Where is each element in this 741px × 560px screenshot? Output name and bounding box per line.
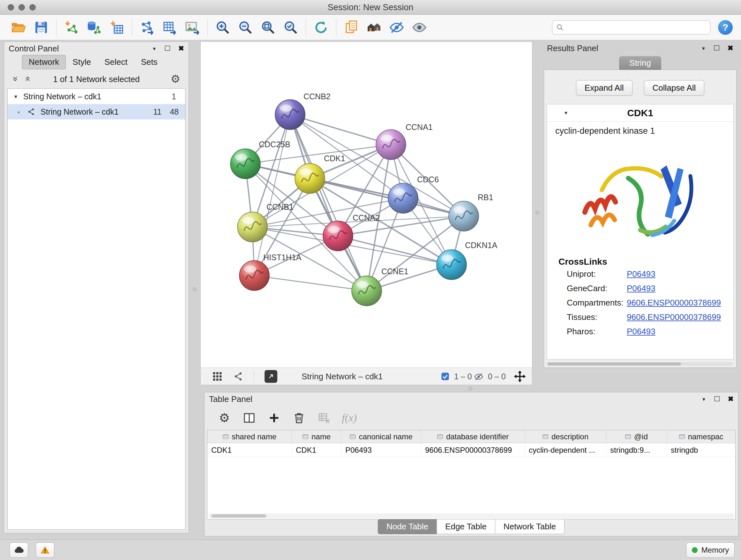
network-node-CCNE1[interactable]: CCNE1 [352, 267, 408, 306]
export-network-icon[interactable] [139, 20, 155, 35]
export-view-icon[interactable] [265, 370, 277, 383]
birds-eye-view-icon[interactable] [212, 371, 222, 383]
hide-selected-icon[interactable] [389, 20, 404, 35]
panel-float-icon[interactable]: ☐ [164, 44, 171, 53]
network-edge[interactable] [338, 236, 452, 265]
network-node-RB1[interactable]: RB1 [449, 193, 493, 231]
panel-collapse-icon[interactable]: ▼ [701, 396, 706, 402]
network-edge[interactable] [290, 115, 367, 291]
zoom-selected-icon[interactable] [283, 20, 298, 35]
section-collapse-icon[interactable]: ▼ [563, 105, 568, 122]
crosslink-link[interactable]: P06493 [627, 327, 656, 336]
gear-icon[interactable]: ⚙ [171, 72, 180, 85]
table-scrollbar-thumb[interactable] [211, 514, 266, 517]
memory-button[interactable]: Memory [686, 543, 735, 558]
network-collection-row[interactable]: ▼ String Network – cdk1 1 [8, 89, 185, 104]
tab-network-table[interactable]: Network Table [495, 519, 564, 534]
panel-float-icon[interactable]: ☐ [714, 395, 720, 403]
show-graphics-details-icon[interactable] [412, 20, 427, 35]
column-header-shared-name[interactable]: shared name [207, 430, 292, 443]
help-icon[interactable]: ? [718, 20, 733, 35]
window-close-button[interactable] [8, 4, 14, 10]
crosslink-link[interactable]: 9606.ENSP00000378699 [627, 312, 721, 322]
bottom-splitter-handle[interactable] [468, 387, 472, 390]
protein-section-header[interactable]: ▼ CDK1 [547, 105, 733, 122]
node-label: CCNA2 [353, 213, 380, 222]
zoom-in-icon[interactable] [215, 20, 230, 35]
expand-all-button[interactable]: Expand All [576, 80, 632, 96]
selected-checkbox-icon[interactable] [441, 372, 450, 382]
column-header-description[interactable]: description [525, 430, 606, 443]
column-header-name[interactable]: name [292, 430, 341, 443]
network-row[interactable]: ● String Network – cdk1 11 48 [8, 104, 185, 119]
expand-all-networks-icon[interactable]: » [22, 76, 32, 81]
column-header-canonical-name[interactable]: canonical name [341, 430, 421, 443]
table-settings-gear-icon[interactable]: ⚙ [217, 411, 231, 425]
crosslinks-list: Uniprot:P06493GeneCard:P06493Compartment… [547, 267, 733, 339]
save-session-icon[interactable] [33, 20, 49, 35]
network-node-HIST1H1A[interactable]: HIST1H1A [239, 253, 301, 291]
crosslink-link[interactable]: P06493 [627, 269, 656, 279]
collapse-all-button[interactable]: Collapse All [644, 80, 704, 96]
search-icon [556, 23, 564, 32]
network-edge[interactable] [290, 115, 391, 145]
disclosure-triangle-icon[interactable]: ▼ [13, 94, 18, 99]
crosslink-link[interactable]: 9606.ENSP00000378699 [627, 298, 721, 308]
search-input[interactable] [552, 20, 711, 35]
import-network-from-database-icon[interactable] [86, 20, 102, 35]
network-node-CDK1[interactable]: CDK1 [295, 154, 345, 193]
network-edge[interactable] [310, 179, 464, 216]
column-header-database-identifier[interactable]: database identifier [421, 430, 525, 443]
export-table-icon[interactable] [162, 20, 178, 35]
fit-selected-icon[interactable] [514, 370, 526, 384]
network-node-CCNA1[interactable]: CCNA1 [376, 123, 433, 160]
network-edge[interactable] [254, 275, 367, 291]
tab-style[interactable]: Style [66, 55, 98, 69]
panel-float-icon[interactable]: ☐ [714, 44, 720, 52]
panel-collapse-icon[interactable]: ▼ [701, 46, 706, 51]
tab-node-table[interactable]: Node Table [378, 519, 437, 534]
home-icon[interactable] [366, 20, 382, 35]
panel-close-icon[interactable]: ✖ [728, 44, 733, 52]
show-columns-icon[interactable] [242, 411, 256, 425]
panel-close-icon[interactable]: ✖ [728, 395, 734, 403]
cloud-button[interactable] [10, 543, 28, 558]
zoom-out-icon[interactable] [238, 20, 253, 35]
window-minimize-button[interactable] [18, 4, 25, 10]
add-column-icon[interactable] [267, 411, 281, 425]
column-header--id[interactable]: @id [606, 430, 667, 443]
panel-collapse-icon[interactable]: ▼ [152, 46, 157, 51]
tab-sets[interactable]: Sets [134, 55, 164, 69]
refresh-view-icon[interactable] [313, 20, 329, 35]
delete-column-trash-icon[interactable] [292, 411, 306, 425]
table-row[interactable]: CDK1CDK1P064939606.ENSP00000378699cyclin… [207, 443, 735, 456]
import-table-from-file-icon[interactable] [109, 20, 125, 35]
hidden-eye-icon[interactable] [474, 372, 483, 383]
crosslink-link[interactable]: P06493 [627, 284, 656, 294]
table-horizontal-scrollbar[interactable] [209, 513, 734, 518]
panel-close-icon[interactable]: ✖ [179, 44, 184, 53]
column-header-namespac[interactable]: namespac [667, 430, 736, 443]
tab-select[interactable]: Select [98, 55, 134, 69]
results-scrollbar[interactable] [547, 362, 733, 366]
node-label: CDKN1A [465, 241, 497, 250]
warnings-button[interactable] [36, 543, 54, 558]
left-splitter-handle[interactable] [193, 287, 197, 291]
tab-string[interactable]: String [619, 56, 661, 70]
import-network-from-file-icon[interactable] [64, 20, 79, 35]
zoom-fit-content-icon[interactable] [260, 20, 276, 35]
collapse-all-networks-icon[interactable]: » [10, 76, 21, 81]
node-label: CDC25B [259, 140, 290, 149]
tab-edge-table[interactable]: Edge Table [436, 519, 495, 534]
open-session-icon[interactable] [11, 20, 26, 35]
network-canvas[interactable]: CCNB2CCNA1CDC25BCDK1CDC6RB1CCNB1CCNA2CDK… [201, 42, 532, 368]
network-node-CDKN1A[interactable]: CDKN1A [436, 241, 497, 280]
right-splitter-handle[interactable] [536, 211, 539, 214]
export-image-icon[interactable] [185, 20, 200, 35]
window-zoom-button[interactable] [29, 4, 36, 10]
clone-network-icon[interactable] [344, 20, 359, 35]
node-label: CCNA1 [406, 123, 433, 132]
network-share-icon[interactable] [233, 371, 244, 383]
tab-network[interactable]: Network [22, 55, 66, 69]
results-scrollbar-thumb[interactable] [547, 362, 681, 366]
